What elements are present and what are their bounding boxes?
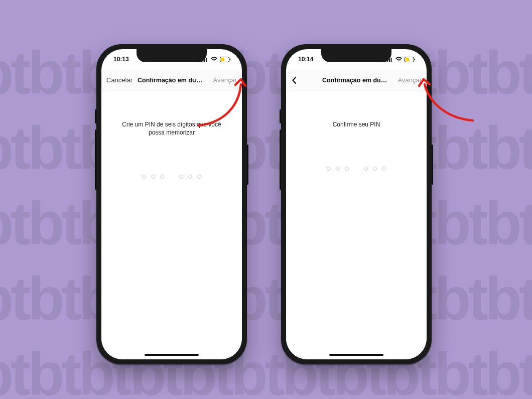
phone-mockup-1: 10:13 Cancelar Confirmação em duas etap.… (96, 44, 247, 364)
pin-dot (142, 175, 146, 179)
status-time: 10:13 (110, 56, 129, 63)
pin-dot (179, 175, 183, 179)
pin-dot (197, 175, 201, 179)
battery-icon (220, 57, 231, 62)
home-indicator[interactable] (329, 354, 383, 356)
svg-rect-5 (415, 58, 416, 60)
nav-cancel-button[interactable]: Cancelar (106, 76, 136, 84)
nav-bar: Confirmação em duas etapas Avançar (286, 70, 427, 90)
battery-icon (405, 57, 416, 62)
device-notch (321, 49, 391, 62)
nav-next-button[interactable]: Avançar (392, 76, 422, 84)
pin-dot (364, 167, 368, 171)
nav-next-button[interactable]: Avançar (208, 76, 237, 84)
nav-bar: Cancelar Confirmação em duas etap... Ava… (101, 70, 242, 90)
chevron-left-icon (291, 76, 298, 85)
wifi-icon (210, 57, 218, 62)
svg-rect-1 (221, 58, 224, 61)
pin-dot (160, 175, 164, 179)
pin-dot (151, 175, 155, 179)
pin-dot (382, 167, 386, 171)
pin-input[interactable] (286, 167, 427, 171)
nav-back-button[interactable] (291, 76, 320, 85)
pin-dot (188, 175, 192, 179)
instruction-text: Confirme seu PIN (286, 120, 427, 128)
device-notch (137, 49, 207, 62)
nav-title: Confirmação em duas etap... (136, 77, 208, 84)
svg-rect-2 (230, 58, 231, 60)
status-time: 10:14 (295, 56, 314, 63)
pin-dot (345, 167, 349, 171)
home-indicator[interactable] (145, 354, 199, 356)
pin-input[interactable] (101, 175, 242, 179)
svg-rect-4 (406, 58, 409, 61)
instruction-text: Crie um PIN de seis dígitos que você pos… (101, 120, 242, 137)
pin-dot (336, 167, 340, 171)
nav-title: Confirmação em duas etapas (320, 77, 392, 84)
pin-dot (327, 167, 331, 171)
phone-mockup-2: 10:14 Confirmação em duas etapas Avançar… (281, 44, 432, 364)
pin-dot (373, 167, 377, 171)
wifi-icon (395, 57, 403, 62)
